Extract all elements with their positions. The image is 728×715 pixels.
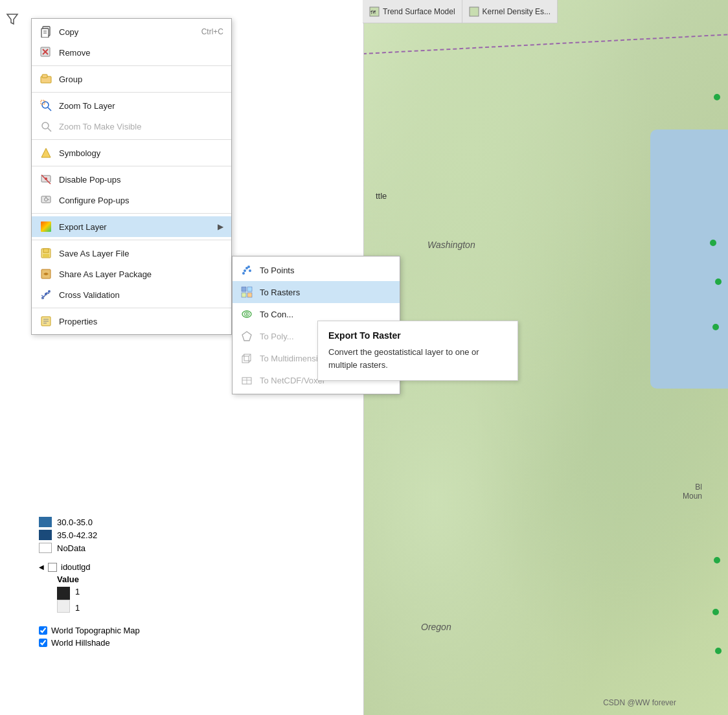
- tab-kernel-density[interactable]: Kernel Density Es...: [462, 0, 558, 23]
- copy-shortcut: Ctrl+C: [201, 27, 223, 36]
- separator-5: [32, 213, 231, 214]
- svg-rect-26: [41, 221, 51, 232]
- filter-icon[interactable]: [5, 12, 19, 28]
- map-label-oregon: Oregon: [421, 622, 451, 632]
- separator-6: [32, 240, 231, 240]
- submenu-item-to-points[interactable]: To Points: [233, 259, 400, 281]
- svg-rect-28: [43, 249, 49, 253]
- checkbox-world-topo-input[interactable]: [39, 626, 47, 635]
- watermark: CSDN @WW forever: [603, 698, 676, 707]
- svg-marker-51: [242, 332, 251, 341]
- svg-point-50: [246, 313, 248, 315]
- checkbox-world-hillshade[interactable]: World Hillshade: [39, 638, 140, 648]
- svg-rect-46: [242, 293, 246, 297]
- to-rasters-label: To Rasters: [260, 288, 300, 297]
- crossval-icon: [40, 288, 52, 301]
- tab-trend-label: Trend Surface Model: [383, 7, 455, 16]
- svg-line-17: [48, 128, 51, 131]
- map-dot-1: [710, 240, 716, 246]
- gs-light: [57, 600, 70, 613]
- idoutlgd-checkbox[interactable]: [48, 563, 57, 572]
- to-contours-label: To Con...: [260, 310, 293, 319]
- multidim-icon: [240, 352, 253, 365]
- legend-label-35-42: 35.0-42.32: [57, 530, 97, 540]
- menu-item-remove[interactable]: Remove: [32, 42, 231, 63]
- gs-value-2: 1: [75, 603, 80, 613]
- configure-popups-label: Configure Pop-ups: [59, 196, 129, 205]
- svg-rect-12: [42, 74, 47, 78]
- context-menu: Copy Ctrl+C Remove Group: [31, 18, 232, 335]
- menu-item-symbology[interactable]: Symbology: [32, 142, 231, 163]
- svg-rect-29: [43, 254, 49, 257]
- legend-area: 30.0-35.0 35.0-42.32 NoData ◀ idoutlgd V…: [39, 517, 140, 650]
- svg-point-41: [249, 269, 251, 272]
- gs-value-1: 1: [75, 587, 80, 596]
- gs-dark: [57, 587, 70, 600]
- menu-item-copy[interactable]: Copy Ctrl+C: [32, 21, 231, 42]
- tab-kernel-icon: [469, 6, 479, 17]
- properties-icon: [40, 315, 52, 328]
- checkbox-world-hillshade-label: World Hillshade: [51, 638, 110, 648]
- separator-3: [32, 139, 231, 140]
- svg-rect-47: [247, 293, 252, 297]
- save-layer-icon: [40, 247, 52, 260]
- configure-popups-icon: [40, 194, 52, 207]
- share-layer-label: Share As Layer Package: [59, 269, 152, 279]
- menu-item-zoom-visible: Zoom To Make Visible: [32, 116, 231, 137]
- tab-trend-surface[interactable]: 🗺 Trend Surface Model: [363, 0, 462, 23]
- menu-item-cross-validation[interactable]: Cross Validation: [32, 284, 231, 305]
- svg-line-34: [41, 291, 51, 299]
- copy-label: Copy: [59, 27, 78, 37]
- disable-popups-icon: [40, 173, 52, 186]
- svg-rect-44: [242, 287, 246, 291]
- map-label-seattle: ttle: [376, 191, 387, 201]
- zoom-visible-icon: [40, 120, 52, 133]
- properties-label: Properties: [59, 317, 97, 326]
- tab-trend-icon: 🗺: [369, 6, 380, 17]
- legend-item-30-35: 30.0-35.0: [39, 517, 140, 527]
- menu-item-configure-popups[interactable]: Configure Pop-ups: [32, 190, 231, 210]
- symbology-label: Symbology: [59, 148, 100, 158]
- value-label: Value: [57, 574, 140, 584]
- menu-item-group[interactable]: Group: [32, 69, 231, 89]
- zoom-layer-label: Zoom To Layer: [59, 101, 115, 111]
- disable-popups-label: Disable Pop-ups: [59, 175, 120, 185]
- polygons-icon: [240, 330, 253, 343]
- map-water: [650, 130, 728, 389]
- tab-kernel-label: Kernel Density Es...: [483, 7, 551, 16]
- submenu-item-to-rasters[interactable]: To Rasters: [233, 281, 400, 303]
- checkbox-world-topo[interactable]: World Topographic Map: [39, 626, 140, 635]
- map-dot-6: [712, 609, 719, 615]
- menu-item-share-layer[interactable]: Share As Layer Package: [32, 264, 231, 284]
- remove-icon: [40, 46, 52, 59]
- legend-nodata: NoData: [39, 543, 140, 553]
- zoom-visible-label: Zoom To Make Visible: [59, 122, 141, 131]
- svg-rect-2: [470, 7, 479, 16]
- menu-item-disable-popups[interactable]: Disable Pop-ups: [32, 169, 231, 190]
- idoutlgd-expand-icon[interactable]: ◀: [39, 563, 44, 571]
- export-layer-arrow: ▶: [218, 222, 223, 231]
- svg-point-42: [244, 269, 246, 272]
- legend-swatch-35-42: [39, 530, 52, 540]
- to-points-label: To Points: [260, 266, 294, 275]
- tooltip-text: Convert the geostatistical layer to one …: [328, 346, 507, 371]
- menu-item-properties[interactable]: Properties: [32, 311, 231, 332]
- group-label: Group: [59, 74, 82, 84]
- svg-point-13: [42, 102, 49, 108]
- grayscale-swatches: 1 1: [57, 587, 140, 613]
- contours-icon: [240, 308, 253, 321]
- map-dot-3: [712, 324, 719, 330]
- svg-text:🗺: 🗺: [370, 10, 376, 16]
- legend-label-30-35: 30.0-35.0: [57, 517, 93, 527]
- checkbox-world-hillshade-input[interactable]: [39, 639, 47, 647]
- svg-point-43: [247, 266, 250, 268]
- svg-marker-3: [7, 14, 17, 24]
- menu-item-export-layer[interactable]: Export Layer ▶: [32, 216, 231, 237]
- cross-validation-label: Cross Validation: [59, 290, 120, 300]
- menu-item-zoom-layer[interactable]: Zoom To Layer: [32, 95, 231, 116]
- to-polygons-label: To Poly...: [260, 332, 294, 341]
- separator-4: [32, 166, 231, 166]
- copy-icon: [40, 25, 52, 38]
- svg-point-16: [42, 122, 49, 129]
- menu-item-save-layer[interactable]: Save As Layer File: [32, 243, 231, 264]
